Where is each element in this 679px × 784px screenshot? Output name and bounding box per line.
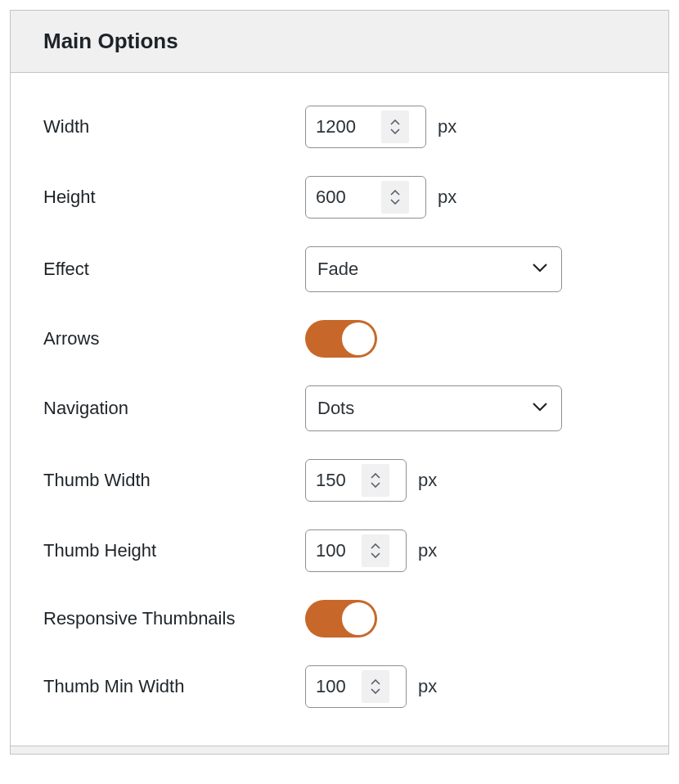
responsive-thumbs-toggle[interactable]: [305, 600, 377, 638]
stepper-up-icon: [371, 543, 380, 550]
arrows-toggle[interactable]: [305, 320, 377, 358]
thumb-width-unit: px: [418, 470, 437, 491]
toggle-knob: [342, 322, 375, 355]
row-arrows: Arrows: [43, 320, 636, 358]
navigation-select[interactable]: Dots: [305, 385, 562, 431]
thumb-min-width-input-wrap[interactable]: [305, 665, 407, 708]
stepper-down-icon: [371, 481, 380, 488]
row-responsive-thumbs: Responsive Thumbnails: [43, 600, 636, 638]
label-thumb-height: Thumb Height: [43, 538, 305, 564]
thumb-width-input-wrap[interactable]: [305, 459, 407, 502]
width-unit: px: [438, 116, 456, 137]
label-navigation: Navigation: [43, 396, 305, 421]
thumb-min-width-stepper[interactable]: [362, 670, 389, 703]
width-stepper[interactable]: [381, 110, 409, 143]
control-width: px: [305, 106, 456, 148]
thumb-height-input[interactable]: [316, 540, 362, 561]
stepper-up-icon: [371, 473, 380, 480]
effect-value: Fade: [317, 259, 358, 280]
stepper-up-icon: [371, 679, 380, 686]
row-thumb-width: Thumb Width px: [43, 459, 636, 502]
label-thumb-min-width: Thumb Min Width: [43, 674, 305, 700]
thumb-height-stepper[interactable]: [362, 534, 389, 567]
stepper-up-icon: [390, 190, 400, 196]
control-thumb-min-width: px: [305, 665, 437, 708]
control-navigation: Dots: [305, 385, 562, 431]
row-height: Height px: [43, 176, 636, 219]
stepper-down-icon: [390, 198, 400, 205]
row-navigation: Navigation Dots: [43, 385, 636, 431]
control-arrows: [305, 320, 377, 358]
height-input-wrap[interactable]: [305, 176, 426, 219]
label-effect: Effect: [43, 257, 305, 282]
control-responsive-thumbs: [305, 600, 377, 638]
control-thumb-width: px: [305, 459, 437, 502]
stepper-down-icon: [371, 687, 380, 694]
row-thumb-height: Thumb Height px: [43, 529, 636, 572]
navigation-value: Dots: [317, 398, 354, 419]
label-arrows: Arrows: [43, 327, 305, 352]
control-height: px: [305, 176, 456, 219]
height-input[interactable]: [316, 187, 381, 208]
row-width: Width px: [43, 106, 636, 148]
effect-select[interactable]: Fade: [305, 246, 562, 292]
stepper-down-icon: [390, 128, 400, 134]
thumb-min-width-unit: px: [418, 676, 437, 697]
label-responsive-thumbs: Responsive Thumbnails: [43, 606, 305, 632]
panel-body: Width px Height: [11, 73, 668, 746]
main-options-panel: Main Options Width px Height: [10, 10, 669, 755]
thumb-width-input[interactable]: [316, 470, 362, 491]
toggle-knob: [342, 602, 375, 635]
label-width: Width: [43, 115, 305, 140]
control-effect: Fade: [305, 246, 562, 292]
height-stepper[interactable]: [381, 181, 409, 214]
chevron-down-icon: [532, 401, 548, 416]
control-thumb-height: px: [305, 529, 437, 572]
stepper-up-icon: [390, 119, 400, 126]
label-thumb-width: Thumb Width: [43, 468, 305, 493]
stepper-down-icon: [371, 552, 380, 558]
row-thumb-min-width: Thumb Min Width px: [43, 665, 636, 708]
panel-title: Main Options: [43, 29, 636, 54]
thumb-height-input-wrap[interactable]: [305, 529, 407, 572]
chevron-down-icon: [532, 262, 548, 277]
height-unit: px: [438, 187, 456, 208]
thumb-height-unit: px: [418, 540, 437, 561]
panel-header: Main Options: [11, 11, 668, 73]
label-height: Height: [43, 185, 305, 210]
width-input-wrap[interactable]: [305, 106, 426, 148]
panel-footer-divider: [11, 746, 668, 754]
thumb-width-stepper[interactable]: [362, 464, 389, 497]
row-effect: Effect Fade: [43, 246, 636, 292]
width-input[interactable]: [316, 116, 381, 137]
thumb-min-width-input[interactable]: [316, 676, 362, 697]
